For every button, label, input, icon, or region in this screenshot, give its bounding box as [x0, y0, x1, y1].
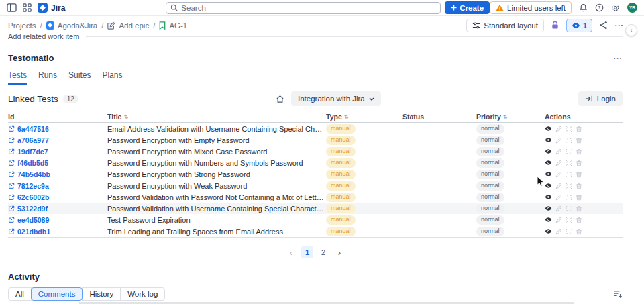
home-button[interactable]	[276, 95, 284, 103]
tab-plans[interactable]: Plans	[102, 70, 122, 85]
test-id-link[interactable]: 74b5d4bb	[17, 170, 50, 179]
share-button[interactable]	[599, 21, 608, 30]
column-header-type[interactable]: Type⇅	[326, 113, 402, 121]
edit-pencil-icon[interactable]	[555, 160, 562, 166]
tab-tests[interactable]: Tests	[8, 70, 27, 85]
panel-more-button[interactable]: ⋯	[613, 53, 623, 63]
table-row[interactable]: 6a447516 Email Address Validation with U…	[8, 123, 623, 134]
sidebar-toggle-button[interactable]	[7, 3, 17, 12]
trash-icon[interactable]	[576, 194, 582, 201]
edit-pencil-icon[interactable]	[555, 217, 562, 223]
column-header-title[interactable]: Title⇅	[107, 113, 326, 121]
trash-icon[interactable]	[576, 148, 582, 155]
search-input[interactable]	[181, 4, 436, 12]
table-row[interactable]: 19df7dc7 Password Encryption with Mixed …	[8, 146, 623, 157]
view-eye-icon[interactable]	[545, 125, 552, 132]
panel-collapse-button[interactable]: ‹	[625, 24, 637, 36]
view-eye-icon[interactable]	[545, 171, 552, 177]
sort-order-button[interactable]	[614, 290, 623, 298]
test-id-link[interactable]: 53122d9f	[17, 205, 48, 213]
next-page-button[interactable]: ›	[333, 246, 345, 258]
test-id-link[interactable]: 7812ec9a	[17, 182, 49, 190]
tab-suites[interactable]: Suites	[68, 70, 91, 85]
trash-icon[interactable]	[576, 125, 582, 132]
unlink-icon[interactable]	[566, 137, 572, 144]
view-eye-icon[interactable]	[545, 205, 552, 211]
breadcrumb-add-epic[interactable]: Add epic	[107, 21, 149, 30]
edit-pencil-icon[interactable]	[555, 137, 562, 144]
column-header-id[interactable]: Id	[8, 113, 107, 121]
user-avatar[interactable]: YB	[627, 3, 637, 13]
view-eye-icon[interactable]	[545, 217, 552, 223]
watchers-button[interactable]: 1	[566, 19, 592, 32]
breadcrumb-project[interactable]: Agoda&Jira	[46, 21, 97, 30]
prev-page-button[interactable]: ‹	[285, 246, 297, 258]
unlink-icon[interactable]	[566, 160, 572, 166]
table-row[interactable]: 62c6002b Password Validation with Passwo…	[8, 191, 623, 203]
integration-dropdown[interactable]: Integration with Jira	[291, 91, 381, 106]
login-button[interactable]: Login	[578, 91, 623, 106]
test-id-link[interactable]: 19df7dc7	[17, 148, 48, 156]
edit-pencil-icon[interactable]	[555, 228, 562, 235]
unlink-icon[interactable]	[566, 205, 572, 212]
lock-button[interactable]	[551, 21, 559, 30]
breadcrumb-issue[interactable]: AG-1	[159, 21, 187, 30]
help-button[interactable]: ?	[595, 3, 604, 12]
column-header-priority[interactable]: Priority⇅	[476, 113, 545, 121]
table-row[interactable]: 7812ec9a Password Encryption with Weak P…	[8, 180, 623, 191]
page-button-2[interactable]: 2	[317, 246, 329, 258]
table-row[interactable]: f46db5d5 Password Encryption with Number…	[8, 157, 623, 168]
unlink-icon[interactable]	[566, 148, 572, 155]
trash-icon[interactable]	[576, 217, 582, 223]
trash-icon[interactable]	[576, 183, 582, 189]
test-id-link[interactable]: ee4d5089	[17, 216, 49, 224]
edit-pencil-icon[interactable]	[555, 148, 562, 155]
table-row[interactable]: 53122d9f Password Validation with Userna…	[8, 203, 623, 214]
tab-runs[interactable]: Runs	[38, 70, 57, 85]
test-id-link[interactable]: 6a447516	[17, 125, 49, 133]
activity-tab-comments[interactable]: Comments	[31, 287, 83, 301]
table-row[interactable]: ee4d5089 Test Password Expiration manual…	[8, 214, 623, 225]
page-button-1[interactable]: 1	[301, 246, 313, 258]
more-actions-button[interactable]: ⋯	[614, 20, 624, 30]
jira-home-link[interactable]: Jira	[38, 3, 65, 13]
test-id-link[interactable]: 021dbdb1	[17, 227, 50, 236]
view-eye-icon[interactable]	[545, 194, 552, 200]
test-id-link[interactable]: a706a977	[17, 136, 49, 144]
edit-pencil-icon[interactable]	[555, 125, 562, 132]
settings-button[interactable]	[611, 3, 620, 12]
view-eye-icon[interactable]	[545, 228, 552, 234]
notifications-button[interactable]	[579, 3, 588, 12]
view-eye-icon[interactable]	[545, 183, 552, 189]
table-row[interactable]: 021dbdb1 Trim Leading and Trailing Space…	[8, 225, 623, 237]
view-eye-icon[interactable]	[545, 137, 552, 143]
unlink-icon[interactable]	[566, 183, 572, 189]
table-row[interactable]: 74b5d4bb Password Encryption with Strong…	[8, 168, 623, 180]
test-id-link[interactable]: f46db5d5	[17, 159, 48, 167]
column-header-status[interactable]: Status	[402, 113, 476, 121]
unlink-icon[interactable]	[566, 194, 572, 201]
table-row[interactable]: a706a977 Password Encryption with Empty …	[8, 134, 623, 146]
activity-tab-all[interactable]: All	[8, 287, 32, 301]
test-id-link[interactable]: 62c6002b	[17, 193, 49, 201]
view-eye-icon[interactable]	[545, 148, 552, 154]
standard-layout-button[interactable]: Standard layout	[466, 19, 544, 32]
activity-tab-worklog[interactable]: Work log	[120, 287, 165, 301]
trash-icon[interactable]	[576, 205, 582, 212]
unlink-icon[interactable]	[566, 171, 572, 178]
edit-pencil-icon[interactable]	[555, 171, 562, 178]
breadcrumb-projects[interactable]: Projects	[8, 21, 36, 30]
add-related-label[interactable]: Add related work item	[8, 34, 79, 40]
edit-pencil-icon[interactable]	[555, 183, 562, 189]
app-switcher-button[interactable]	[23, 3, 32, 12]
limited-users-button[interactable]: Limited users left	[490, 1, 572, 14]
create-button[interactable]: Create	[445, 1, 490, 14]
trash-icon[interactable]	[576, 228, 582, 235]
trash-icon[interactable]	[576, 137, 582, 144]
view-eye-icon[interactable]	[545, 160, 552, 166]
trash-icon[interactable]	[576, 171, 582, 178]
global-search[interactable]	[166, 2, 441, 14]
unlink-icon[interactable]	[566, 125, 572, 132]
activity-tab-history[interactable]: History	[82, 287, 121, 301]
edit-pencil-icon[interactable]	[555, 205, 562, 212]
